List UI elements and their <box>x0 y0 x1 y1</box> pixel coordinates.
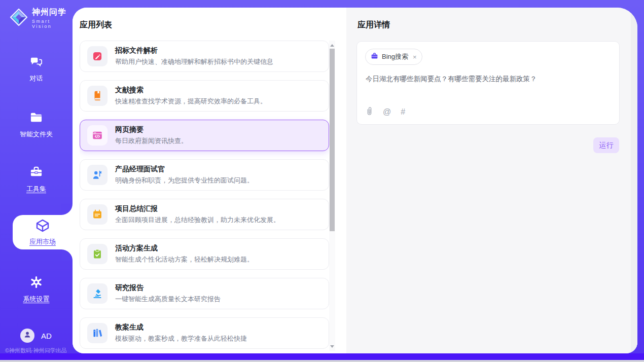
sidebar-item-toolset[interactable]: 工具集 <box>0 165 73 194</box>
clipboard-check-icon <box>87 244 108 264</box>
card-text: 项目总结汇报 全面回顾项目进展，总结经验教训，助力未来优化发展。 <box>115 204 280 225</box>
user-name: AD <box>41 332 52 340</box>
person-flag-icon <box>87 165 108 185</box>
list-scrollbar[interactable] <box>329 41 335 351</box>
app-card-desc: 一键智能生成高质量长文本研究报告 <box>115 295 221 304</box>
app-card-literature-search[interactable]: 文献搜索 快速精准查找学术资源，提高研究效率的必备工具。 <box>80 80 329 112</box>
folder-icon <box>29 111 43 126</box>
toolbox-icon <box>29 165 43 181</box>
hash-icon[interactable]: # <box>401 108 405 116</box>
briefcase-icon <box>371 52 378 61</box>
screen-edge <box>0 360 644 362</box>
user-account[interactable]: AD <box>20 329 52 343</box>
scrollbar-thumb[interactable] <box>330 49 335 231</box>
app-card-event-plan[interactable]: 活动方案生成 智能生成个性化活动方案，轻松解决规划难题。 <box>80 238 329 270</box>
tool-chip-bing-search[interactable]: Bing搜索 × <box>365 49 422 65</box>
sidebar-item-app-market-inner: 应用市场 <box>13 215 73 249</box>
window-bottom-band <box>0 353 644 360</box>
app-card-title: 网页摘要 <box>115 125 188 134</box>
app-window: 神州问学 Smart Vision 对话 智能文件夹 <box>0 0 644 362</box>
sidebar-item-label: 智能文件夹 <box>20 130 53 139</box>
app-card-research-report[interactable]: 研究报告 一键智能生成高质量长文本研究报告 <box>80 278 329 309</box>
sidebar-item-label: 工具集 <box>26 185 46 194</box>
run-button[interactable]: 运行 <box>593 137 619 153</box>
brand-logo: 神州问学 Smart Vision <box>9 7 73 29</box>
app-card-title: 产品经理面试官 <box>115 165 254 174</box>
app-card-bid-parsing[interactable]: 招标文件解析 帮助用户快速、准确地理解和解析招标书中的关键信息 <box>80 41 329 72</box>
gear-icon <box>29 275 43 291</box>
app-card-web-summary[interactable]: 网页摘要 每日政府新闻资讯快查。 <box>80 120 329 151</box>
query-composer[interactable]: Bing搜索 × 今日湖北有哪些新闻要点？有哪些需要关注的最新政策？ @ # <box>356 41 620 125</box>
copyright-footer: ©神州数码·神州问学出品 <box>5 347 67 354</box>
app-card-title: 招标文件解析 <box>115 46 273 55</box>
close-icon[interactable]: × <box>413 53 417 61</box>
scroll-down-icon[interactable] <box>329 343 335 350</box>
app-card-pm-interviewer[interactable]: 产品经理面试官 明确身份和职责，为您提供专业性的面试问题。 <box>80 159 329 191</box>
chat-icon <box>29 55 43 70</box>
microscope-icon <box>87 283 108 304</box>
sidebar: 神州问学 Smart Vision 对话 智能文件夹 <box>0 0 73 362</box>
diamond-logo-icon <box>9 8 28 29</box>
sidebar-item-chat[interactable]: 对话 <box>0 55 73 83</box>
app-card-title: 研究报告 <box>115 283 221 293</box>
avatar <box>20 329 34 343</box>
app-detail-panel: 应用详情 Bing搜索 × 今日湖北有哪些新闻要点？有哪些需要关注的最新政策？ <box>346 8 637 353</box>
sidebar-item-settings[interactable]: 系统设置 <box>0 275 73 304</box>
query-text-input[interactable]: 今日湖北有哪些新闻要点？有哪些需要关注的最新政策？ <box>366 74 611 84</box>
card-text: 教案生成 模板驱动，教案秒成，教学准备从此轻松快捷 <box>115 323 247 343</box>
bubble-curve-bottom <box>61 249 73 261</box>
book-icon <box>87 86 108 106</box>
card-text: 网页摘要 每日政府新闻资讯快查。 <box>115 125 188 146</box>
app-card-desc: 智能生成个性化活动方案，轻松解决规划难题。 <box>115 255 254 264</box>
paperclip-icon[interactable] <box>366 106 373 118</box>
app-card-title: 活动方案生成 <box>115 244 254 253</box>
app-card-title: 项目总结汇报 <box>115 204 280 213</box>
app-card-desc: 模板驱动，教案秒成，教学准备从此轻松快捷 <box>115 334 247 343</box>
at-icon[interactable]: @ <box>383 108 391 116</box>
browser-code-icon <box>87 125 108 146</box>
brand-text: 神州问学 Smart Vision <box>32 7 73 29</box>
app-card-desc: 全面回顾项目进展，总结经验教训，助力未来优化发展。 <box>115 215 280 225</box>
books-icon <box>87 323 108 343</box>
app-card-title: 教案生成 <box>115 323 247 332</box>
bubble-curve-top <box>61 204 73 215</box>
card-text: 文献搜索 快速精准查找学术资源，提高研究效率的必备工具。 <box>115 86 267 106</box>
app-card-title: 文献搜索 <box>115 86 267 95</box>
brand-subtitle: Smart Vision <box>32 19 73 29</box>
sidebar-item-label: 应用市场 <box>29 237 56 246</box>
sidebar-item-smart-folder[interactable]: 智能文件夹 <box>0 111 73 139</box>
app-card-lesson-plan[interactable]: 教案生成 模板驱动，教案秒成，教学准备从此轻松快捷 <box>80 317 329 349</box>
pen-square-icon <box>87 46 108 66</box>
person-icon <box>23 331 31 341</box>
app-card-project-summary[interactable]: 项目总结汇报 全面回顾项目进展，总结经验教训，助力未来优化发展。 <box>80 199 329 230</box>
composer-toolbar: @ # <box>366 106 405 118</box>
scroll-up-icon[interactable] <box>329 42 335 49</box>
app-card-desc: 每日政府新闻资讯快查。 <box>115 136 188 146</box>
card-text: 研究报告 一键智能生成高质量长文本研究报告 <box>115 283 221 304</box>
card-text: 活动方案生成 智能生成个性化活动方案，轻松解决规划难题。 <box>115 244 254 264</box>
brand-name: 神州问学 <box>32 7 73 18</box>
cube-icon <box>35 219 50 235</box>
app-card-desc: 帮助用户快速、准确地理解和解析招标书中的关键信息 <box>115 57 273 66</box>
main-content: 应用列表 招标文件解析 帮助用户快速、准确地理解和解析招标书中的关键信息 <box>73 8 637 353</box>
app-card-desc: 快速精准查找学术资源，提高研究效率的必备工具。 <box>115 97 267 106</box>
app-list-panel: 应用列表 招标文件解析 帮助用户快速、准确地理解和解析招标书中的关键信息 <box>73 8 346 353</box>
card-text: 产品经理面试官 明确身份和职责，为您提供专业性的面试问题。 <box>115 165 254 185</box>
sidebar-item-app-market[interactable]: 应用市场 <box>13 215 73 249</box>
card-text: 招标文件解析 帮助用户快速、准确地理解和解析招标书中的关键信息 <box>115 46 273 66</box>
tool-chip-label: Bing搜索 <box>382 52 408 61</box>
app-detail-title: 应用详情 <box>357 20 390 30</box>
app-list-title: 应用列表 <box>80 20 112 30</box>
app-card-list: 招标文件解析 帮助用户快速、准确地理解和解析招标书中的关键信息 文献搜索 <box>80 41 329 351</box>
calendar-icon <box>87 204 108 225</box>
detail-scrollbar-track[interactable] <box>631 8 637 353</box>
sidebar-item-label: 对话 <box>30 74 43 83</box>
app-card-desc: 明确身份和职责，为您提供专业性的面试问题。 <box>115 176 254 185</box>
sidebar-item-label: 系统设置 <box>23 295 50 304</box>
